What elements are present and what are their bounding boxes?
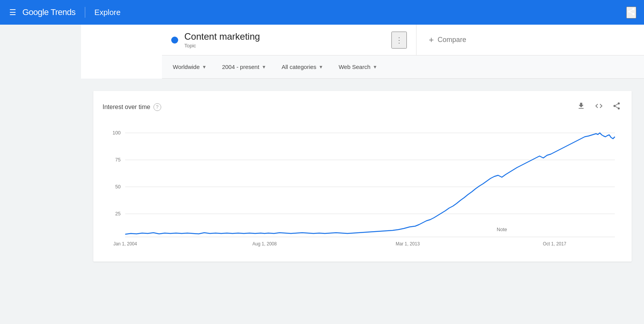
search-area: Content marketing Topic ⋮ + Compare: [162, 25, 644, 55]
menu-icon[interactable]: ☰: [6, 5, 19, 20]
embed-button[interactable]: [593, 100, 605, 114]
svg-text:Oct 1, 2017: Oct 1, 2017: [543, 241, 566, 247]
search-filter-wrapper: Content marketing Topic ⋮ + Compare Worl…: [81, 25, 644, 79]
time-filter-label: 2004 - present: [222, 64, 260, 70]
header-divider: [85, 7, 85, 18]
chart-header: Interest over time ?: [103, 100, 622, 114]
left-sidebar: [0, 25, 81, 274]
share-chart-button[interactable]: [611, 100, 622, 114]
location-filter-label: Worldwide: [173, 64, 200, 70]
category-filter[interactable]: All categories ▼: [280, 60, 325, 73]
time-filter[interactable]: 2004 - present ▼: [221, 60, 268, 73]
location-filter[interactable]: Worldwide ▼: [171, 60, 208, 73]
compare-area: + Compare: [416, 25, 644, 55]
svg-text:Mar 1, 2013: Mar 1, 2013: [396, 241, 420, 247]
search-type-filter-label: Web Search: [339, 64, 370, 70]
term-name: Content marketing: [184, 31, 391, 42]
content-area: Content marketing Topic ⋮ + Compare Worl…: [81, 25, 644, 274]
category-filter-arrow: ▼: [319, 64, 323, 70]
download-button[interactable]: [575, 100, 587, 114]
app-logo: Google Trends: [22, 7, 76, 17]
svg-text:50: 50: [115, 184, 121, 190]
search-type-filter[interactable]: Web Search ▼: [337, 60, 379, 73]
term-type: Topic: [184, 43, 391, 49]
chart-container: 100 75 50 25 Jan 1, 2004 Aug 1, 2008 Mar…: [103, 121, 622, 252]
svg-text:Note: Note: [497, 227, 507, 232]
chart-actions: [575, 100, 622, 114]
interest-chart: 100 75 50 25 Jan 1, 2004 Aug 1, 2008 Mar…: [103, 121, 622, 252]
share-button[interactable]: [626, 7, 636, 18]
compare-label: Compare: [438, 36, 466, 44]
filter-bar: Worldwide ▼ 2004 - present ▼ All categor…: [162, 55, 644, 79]
compare-button[interactable]: + Compare: [429, 35, 466, 45]
chart-wrapper: Interest over time ?: [81, 79, 644, 274]
svg-text:Jan 1, 2004: Jan 1, 2004: [113, 241, 137, 247]
location-filter-arrow: ▼: [202, 64, 207, 70]
time-filter-arrow: ▼: [261, 64, 266, 70]
svg-text:25: 25: [115, 211, 121, 217]
explore-label: Explore: [94, 8, 121, 17]
term-info: Content marketing Topic: [184, 31, 391, 49]
svg-text:Aug 1, 2008: Aug 1, 2008: [252, 241, 277, 247]
help-icon[interactable]: ?: [153, 103, 161, 111]
chart-title: Interest over time: [103, 104, 150, 111]
page-layout: Content marketing Topic ⋮ + Compare Worl…: [0, 25, 644, 274]
chart-section: Interest over time ?: [93, 91, 632, 262]
category-filter-label: All categories: [282, 64, 316, 70]
search-term: Content marketing Topic ⋮: [162, 25, 416, 55]
compare-plus-icon: +: [429, 35, 434, 45]
term-indicator-dot: [171, 37, 178, 44]
chart-title-area: Interest over time ?: [103, 103, 161, 111]
svg-text:100: 100: [113, 130, 121, 136]
svg-text:75: 75: [115, 157, 121, 163]
term-menu-button[interactable]: ⋮: [391, 32, 407, 49]
search-type-filter-arrow: ▼: [373, 64, 377, 70]
app-header: ☰ Google Trends Explore: [0, 0, 644, 25]
